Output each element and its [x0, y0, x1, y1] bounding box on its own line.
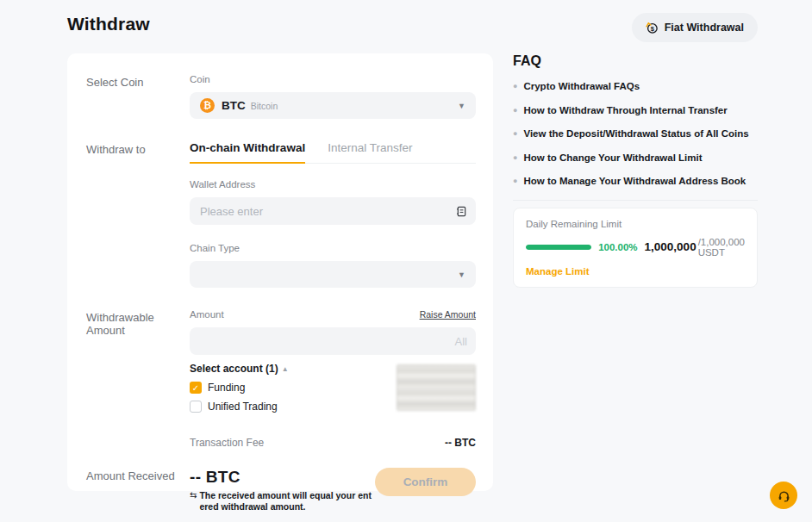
tab-internal-transfer[interactable]: Internal Transfer: [328, 141, 412, 163]
coin-select[interactable]: ₿ BTC Bitcoin ▼: [190, 92, 476, 119]
support-chat-button[interactable]: [770, 482, 797, 509]
bullet-icon: ●: [513, 105, 517, 117]
fiat-withdrawal-label: Fiat Withdrawal: [665, 22, 744, 34]
bullet-icon: ●: [513, 128, 517, 140]
address-book-icon[interactable]: [456, 206, 467, 217]
wallet-address-label: Wallet Address: [190, 179, 476, 190]
headset-icon: [777, 488, 791, 503]
wallet-address-input[interactable]: Please enter: [190, 197, 476, 225]
select-account-block: Select account (1) ▲ ✓ Funding Unified T…: [190, 363, 476, 414]
fiat-coin-icon: $: [646, 22, 659, 34]
confirm-button[interactable]: Confirm: [375, 468, 476, 496]
limit-progress-fill: [526, 245, 591, 250]
manage-limit-link[interactable]: Manage Limit: [526, 266, 745, 277]
checkbox-checked-icon[interactable]: ✓: [190, 382, 202, 394]
chain-type-label: Chain Type: [190, 243, 476, 253]
faq-link-internal-transfer[interactable]: ● How to Withdraw Through Internal Trans…: [513, 105, 758, 117]
raise-amount-link[interactable]: Raise Amount: [420, 309, 476, 320]
withdraw-to-section-label: Withdraw to: [86, 141, 190, 288]
wallet-address-placeholder: Please enter: [200, 205, 263, 218]
select-coin-section-label: Select Coin: [86, 74, 190, 119]
faq-link-crypto-withdrawal-faqs[interactable]: ● Crypto Withdrawal FAQs: [513, 81, 758, 93]
chain-type-select[interactable]: ▼: [190, 261, 476, 288]
bullet-icon: ●: [513, 81, 517, 93]
amount-received-note-text: The received amount will equal your ente…: [199, 490, 375, 513]
faq-link-manage-address-book[interactable]: ● How to Manage Your Withdrawal Address …: [513, 176, 758, 188]
daily-limit-card: Daily Remaining Limit 100.00% 1,000,000/…: [513, 208, 758, 288]
tab-onchain-withdrawal[interactable]: On-chain Withdrawal: [190, 141, 305, 164]
faq-link-label: How to Withdraw Through Internal Transfe…: [523, 105, 727, 115]
faq-list: ● Crypto Withdrawal FAQs ● How to Withdr…: [513, 81, 758, 188]
select-coin-row: Select Coin Coin ₿ BTC Bitcoin ▼: [86, 74, 476, 119]
amount-received-value: -- BTC: [190, 468, 375, 487]
checkbox-unchecked-icon[interactable]: [190, 401, 202, 413]
account-funding-label: Funding: [208, 382, 245, 394]
amount-received-section-label: Amount Received: [86, 468, 190, 513]
faq-link-deposit-withdrawal-status[interactable]: ● View the Deposit/Withdrawal Status of …: [513, 128, 758, 140]
faq-link-change-withdrawal-limit[interactable]: ● How to Change Your Withdrawal Limit: [513, 152, 758, 165]
withdraw-form-card: Select Coin Coin ₿ BTC Bitcoin ▼ Withdra…: [67, 53, 493, 491]
transaction-fee-value: -- BTC: [445, 437, 476, 449]
chevron-down-icon: ▼: [458, 270, 465, 279]
btc-coin-icon: ₿: [200, 98, 215, 113]
amount-input[interactable]: All: [190, 327, 476, 355]
bullet-icon: ●: [513, 176, 517, 188]
faq-link-label: How to Change Your Withdrawal Limit: [523, 152, 702, 163]
chevron-up-icon: ▲: [282, 365, 289, 373]
withdrawable-amount-row: Withdrawable Amount Amount Raise Amount …: [86, 309, 476, 449]
withdraw-to-row: Withdraw to On-chain Withdrawal Internal…: [86, 141, 476, 288]
faq-divider: [513, 200, 758, 201]
limit-total: /1,000,000 USDT: [698, 237, 745, 258]
daily-limit-title: Daily Remaining Limit: [526, 219, 745, 229]
account-unified-trading-label: Unified Trading: [208, 401, 278, 413]
limit-progress-track: [526, 245, 591, 250]
withdrawable-amount-section-label: Withdrawable Amount: [86, 309, 190, 449]
chevron-down-icon: ▼: [458, 102, 465, 110]
withdraw-method-tabs: On-chain Withdrawal Internal Transfer: [190, 141, 476, 164]
amount-field-label: Amount: [190, 309, 224, 320]
coin-field-label: Coin: [190, 74, 476, 84]
select-account-label: Select account (1): [190, 363, 278, 375]
coin-symbol: BTC: [222, 99, 246, 112]
faq-title: FAQ: [513, 53, 758, 69]
swap-arrows-icon: ⇆: [190, 490, 197, 513]
transaction-fee-label: Transaction Fee: [190, 437, 264, 449]
amount-received-row: Amount Received -- BTC ⇆ The received am…: [86, 468, 476, 513]
blurred-tooltip-image: [397, 364, 476, 411]
withdraw-page: Withdraw $ Fiat Withdrawal Select Coin C…: [0, 0, 812, 522]
faq-link-label: View the Deposit/Withdrawal Status of Al…: [523, 128, 748, 139]
svg-text:$: $: [651, 24, 655, 32]
faq-link-label: How to Manage Your Withdrawal Address Bo…: [523, 176, 746, 186]
bullet-icon: ●: [513, 152, 517, 165]
fiat-withdrawal-button[interactable]: $ Fiat Withdrawal: [632, 13, 758, 42]
coin-name: Bitcoin: [251, 101, 278, 111]
amount-received-note: ⇆ The received amount will equal your en…: [190, 490, 375, 513]
faq-link-label: Crypto Withdrawal FAQs: [523, 81, 640, 91]
limit-percent: 100.00%: [598, 242, 637, 252]
amount-all-button[interactable]: All: [455, 335, 467, 348]
transaction-fee-row: Transaction Fee -- BTC: [190, 433, 476, 449]
limit-remaining: 1,000,000: [645, 240, 696, 253]
page-title: Withdraw: [67, 14, 150, 34]
faq-section: FAQ ● Crypto Withdrawal FAQs ● How to Wi…: [513, 53, 758, 288]
